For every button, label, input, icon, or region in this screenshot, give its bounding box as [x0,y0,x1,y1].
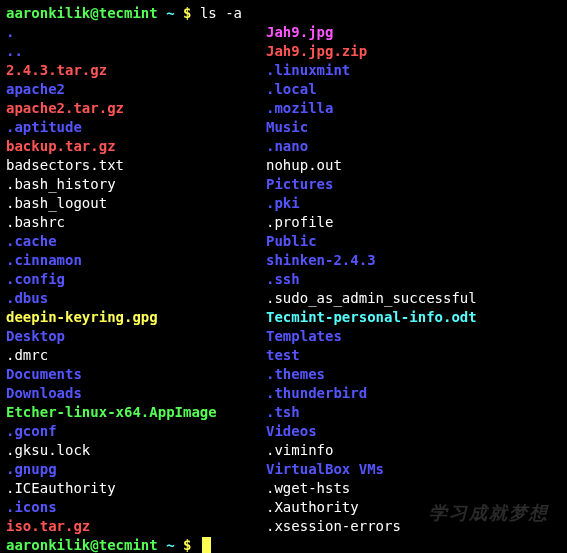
ls-entry: .aptitude [6,118,266,137]
ls-entry: backup.tar.gz [6,137,266,156]
cursor [202,537,211,553]
ls-entry: deepin-keyring.gpg [6,308,266,327]
ls-entry: . [6,23,266,42]
ls-entry: .themes [266,365,561,384]
ls-entry: badsectors.txt [6,156,266,175]
ls-entry: Downloads [6,384,266,403]
ls-entry: Public [266,232,561,251]
ls-entry: Videos [266,422,561,441]
ls-entry: .profile [266,213,561,232]
ls-entry: .viminfo [266,441,561,460]
ls-column-2: Jah9.jpgJah9.jpg.zip.linuxmint.local.moz… [266,23,561,536]
prompt-user-host: aaronkilik@tecmint [6,5,158,21]
ls-entry: .local [266,80,561,99]
ls-entry: apache2 [6,80,266,99]
ls-entry: Pictures [266,175,561,194]
ls-entry: .bash_logout [6,194,266,213]
ls-entry: .config [6,270,266,289]
ls-entry: Jah9.jpg [266,23,561,42]
prompt-line-2: aaronkilik@tecmint ~ $ [6,536,561,553]
ls-entry: .nano [266,137,561,156]
prompt-symbol: $ [183,537,191,553]
ls-entry: .ssh [266,270,561,289]
ls-entry: .cinnamon [6,251,266,270]
ls-entry: .xsession-errors [266,517,561,536]
ls-entry: .wget-hsts [266,479,561,498]
prompt-symbol: $ [183,5,191,21]
ls-entry: .pki [266,194,561,213]
ls-entry: .sudo_as_admin_successful [266,289,561,308]
ls-entry: .gconf [6,422,266,441]
ls-entry: shinken-2.4.3 [266,251,561,270]
ls-entry: Jah9.jpg.zip [266,42,561,61]
ls-entry: .. [6,42,266,61]
prompt-cwd: ~ [166,5,174,21]
prompt-line-1: aaronkilik@tecmint ~ $ ls -a [6,4,561,23]
ls-column-1: ...2.4.3.tar.gzapache2apache2.tar.gz.apt… [6,23,266,536]
ls-entry: Templates [266,327,561,346]
ls-entry: .cache [6,232,266,251]
ls-entry: .gnupg [6,460,266,479]
ls-entry: iso.tar.gz [6,517,266,536]
ls-entry: VirtualBox VMs [266,460,561,479]
ls-entry: Music [266,118,561,137]
ls-entry: .gksu.lock [6,441,266,460]
ls-entry: .thunderbird [266,384,561,403]
ls-entry: .mozilla [266,99,561,118]
ls-entry: .ICEauthority [6,479,266,498]
ls-entry: apache2.tar.gz [6,99,266,118]
ls-output: ...2.4.3.tar.gzapache2apache2.tar.gz.apt… [6,23,561,536]
ls-entry: Tecmint-personal-info.odt [266,308,561,327]
ls-entry: nohup.out [266,156,561,175]
prompt-user-host: aaronkilik@tecmint [6,537,158,553]
command-text: ls -a [200,5,242,21]
ls-entry: .dbus [6,289,266,308]
ls-entry: .bashrc [6,213,266,232]
ls-entry: Documents [6,365,266,384]
ls-entry: .dmrc [6,346,266,365]
ls-entry: test [266,346,561,365]
prompt-cwd: ~ [166,537,174,553]
ls-entry: .linuxmint [266,61,561,80]
ls-entry: .bash_history [6,175,266,194]
ls-entry: .Xauthority [266,498,561,517]
ls-entry: .tsh [266,403,561,422]
ls-entry: Desktop [6,327,266,346]
ls-entry: .icons [6,498,266,517]
terminal[interactable]: aaronkilik@tecmint ~ $ ls -a ...2.4.3.ta… [0,0,567,553]
ls-entry: 2.4.3.tar.gz [6,61,266,80]
ls-entry: Etcher-linux-x64.AppImage [6,403,266,422]
